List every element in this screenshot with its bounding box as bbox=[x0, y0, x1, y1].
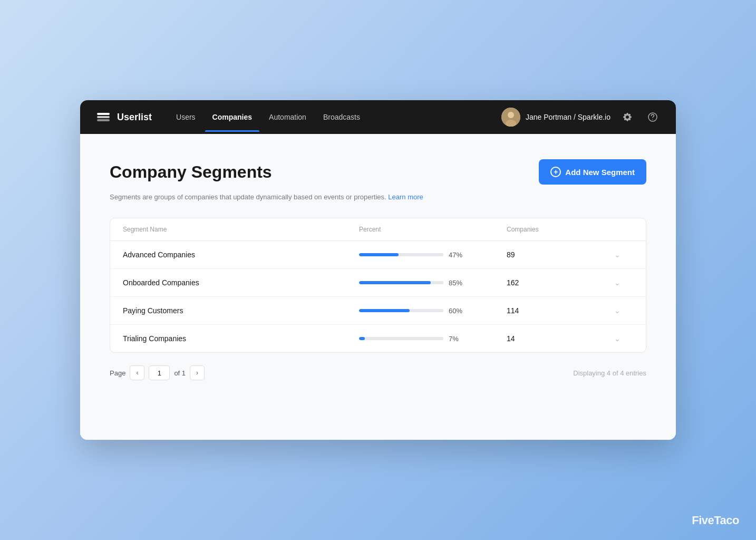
percent-cell: 60% bbox=[359, 307, 507, 315]
page-number-input[interactable] bbox=[149, 365, 170, 380]
add-segment-button[interactable]: + Add New Segment bbox=[539, 159, 646, 185]
navbar: Userlist Users Companies Automation Broa… bbox=[80, 100, 676, 134]
footer-brand: FiveTaco bbox=[692, 514, 739, 527]
companies-count: 114 bbox=[507, 306, 602, 315]
table-row[interactable]: Advanced Companies 47% 89 ⌄ bbox=[110, 241, 646, 269]
table-row[interactable]: Paying Customers 60% 114 ⌄ bbox=[110, 297, 646, 325]
nav-automation[interactable]: Automation bbox=[261, 102, 314, 132]
percent-label: 7% bbox=[449, 335, 468, 343]
chevron-cell[interactable]: ⌄ bbox=[602, 306, 633, 315]
svg-rect-2 bbox=[97, 113, 110, 115]
table-body: Advanced Companies 47% 89 ⌄ Onboarded Co… bbox=[110, 241, 646, 352]
col-header-action bbox=[602, 226, 633, 233]
progress-bar bbox=[359, 253, 443, 256]
main-content: Company Segments + Add New Segment Segme… bbox=[80, 134, 676, 440]
chevron-down-icon: ⌄ bbox=[614, 306, 621, 315]
help-icon[interactable] bbox=[644, 109, 661, 126]
svg-point-7 bbox=[652, 119, 653, 120]
chevron-cell[interactable]: ⌄ bbox=[602, 250, 633, 259]
percent-cell: 85% bbox=[359, 279, 507, 287]
progress-fill bbox=[359, 281, 431, 284]
percent-cell: 7% bbox=[359, 335, 507, 343]
progress-bar bbox=[359, 309, 443, 312]
progress-fill bbox=[359, 309, 410, 312]
nav-users[interactable]: Users bbox=[169, 102, 203, 132]
svg-rect-0 bbox=[97, 119, 110, 121]
segment-name: Trialing Companies bbox=[123, 334, 359, 343]
percent-label: 85% bbox=[449, 279, 468, 287]
progress-fill bbox=[359, 337, 365, 340]
user-name: Jane Portman / Sparkle.io bbox=[526, 113, 610, 121]
companies-count: 89 bbox=[507, 250, 602, 259]
avatar bbox=[501, 108, 520, 127]
col-header-companies: Companies bbox=[507, 226, 602, 233]
add-segment-label: Add New Segment bbox=[565, 168, 635, 177]
segment-name: Paying Customers bbox=[123, 306, 359, 315]
nav-companies[interactable]: Companies bbox=[205, 102, 259, 132]
brand-logo[interactable]: Userlist bbox=[95, 109, 152, 126]
chevron-down-icon: ⌄ bbox=[614, 278, 621, 287]
brand-name: Userlist bbox=[117, 112, 152, 123]
table-row[interactable]: Trialing Companies 7% 14 ⌄ bbox=[110, 325, 646, 352]
percent-label: 47% bbox=[449, 251, 468, 259]
chevron-cell[interactable]: ⌄ bbox=[602, 278, 633, 287]
col-header-percent: Percent bbox=[359, 226, 507, 233]
plus-icon: + bbox=[550, 167, 561, 177]
percent-cell: 47% bbox=[359, 251, 507, 259]
page-header: Company Segments + Add New Segment bbox=[110, 159, 646, 185]
brand-icon bbox=[95, 109, 112, 126]
settings-icon[interactable] bbox=[619, 109, 636, 126]
companies-count: 162 bbox=[507, 278, 602, 287]
chevron-cell[interactable]: ⌄ bbox=[602, 334, 633, 343]
of-label: of 1 bbox=[174, 369, 186, 377]
progress-bar bbox=[359, 281, 443, 284]
pagination-left: Page ‹ of 1 › bbox=[110, 365, 205, 380]
table-header: Segment Name Percent Companies bbox=[110, 218, 646, 241]
table-row[interactable]: Onboarded Companies 85% 162 ⌄ bbox=[110, 269, 646, 297]
percent-label: 60% bbox=[449, 307, 468, 315]
progress-fill bbox=[359, 253, 399, 256]
chevron-down-icon: ⌄ bbox=[614, 334, 621, 343]
svg-point-4 bbox=[508, 112, 514, 118]
app-window: Userlist Users Companies Automation Broa… bbox=[80, 100, 676, 440]
segment-name: Advanced Companies bbox=[123, 250, 359, 259]
prev-page-button[interactable]: ‹ bbox=[130, 365, 144, 380]
segment-name: Onboarded Companies bbox=[123, 278, 359, 287]
svg-rect-1 bbox=[97, 116, 110, 118]
progress-bar bbox=[359, 337, 443, 340]
navbar-right: Jane Portman / Sparkle.io bbox=[501, 108, 661, 127]
companies-count: 14 bbox=[507, 334, 602, 343]
learn-more-link[interactable]: Learn more bbox=[388, 193, 423, 201]
page-label: Page bbox=[110, 369, 125, 377]
nav-menu: Users Companies Automation Broadcasts bbox=[169, 102, 484, 132]
next-page-button[interactable]: › bbox=[190, 365, 205, 380]
chevron-down-icon: ⌄ bbox=[614, 250, 621, 259]
page-description: Segments are groups of companies that up… bbox=[110, 193, 646, 201]
nav-broadcasts[interactable]: Broadcasts bbox=[316, 102, 367, 132]
pagination-bar: Page ‹ of 1 › Displaying 4 of 4 entries bbox=[110, 353, 646, 380]
page-title: Company Segments bbox=[110, 162, 272, 182]
segments-table: Segment Name Percent Companies Advanced … bbox=[110, 218, 646, 353]
user-info[interactable]: Jane Portman / Sparkle.io bbox=[501, 108, 610, 127]
pagination-info: Displaying 4 of 4 entries bbox=[573, 369, 646, 377]
col-header-name: Segment Name bbox=[123, 226, 359, 233]
